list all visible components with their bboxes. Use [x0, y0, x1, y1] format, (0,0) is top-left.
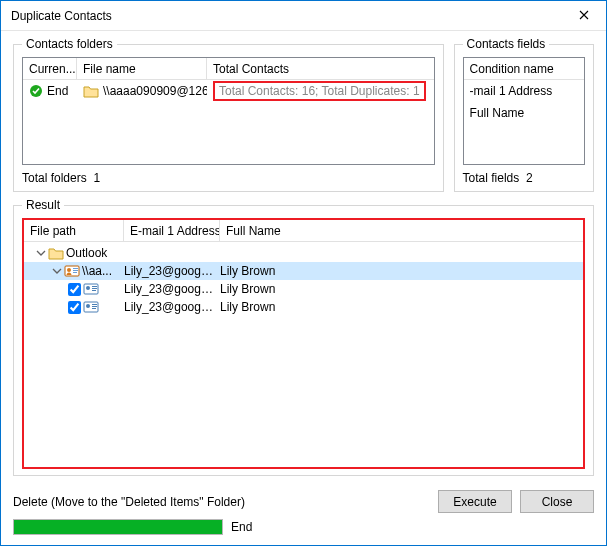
contacts-folders-legend: Contacts folders	[22, 37, 117, 51]
status-ok-icon	[29, 84, 43, 98]
svg-rect-4	[73, 270, 78, 271]
result-header-filepath[interactable]: File path	[24, 220, 124, 241]
close-window-button[interactable]	[562, 1, 606, 31]
close-icon	[579, 9, 589, 23]
window-title: Duplicate Contacts	[11, 9, 562, 23]
svg-rect-3	[73, 268, 78, 269]
chevron-down-icon[interactable]	[52, 266, 62, 276]
contacts-folder-icon	[64, 264, 80, 278]
contact-card-icon	[83, 282, 99, 296]
result-row-email: Lily_23@google...	[124, 282, 220, 296]
fields-total-label: Total fields	[463, 171, 520, 185]
contacts-fields-legend: Contacts fields	[463, 37, 550, 51]
folders-row-filename: \\aaaa090909@126...	[103, 84, 207, 98]
folders-total-value: 1	[93, 171, 100, 185]
contact-card-icon	[83, 300, 99, 314]
chevron-down-icon[interactable]	[36, 248, 46, 258]
titlebar: Duplicate Contacts	[1, 1, 606, 31]
svg-rect-5	[73, 272, 77, 273]
result-table: File path E-mail 1 Address Full Name	[22, 218, 585, 469]
fields-row[interactable]: Full Name	[464, 102, 584, 124]
folders-header-filename[interactable]: File name	[77, 58, 207, 79]
folders-total-label: Total folders	[22, 171, 87, 185]
delete-description: Delete (Move to the "Deleted Items" Fold…	[13, 495, 245, 509]
result-account-label: \\aa...	[82, 264, 112, 278]
contacts-folders-table: Curren... File name Total Contacts End	[22, 57, 435, 165]
svg-rect-14	[92, 306, 97, 307]
progress-bar	[13, 519, 223, 535]
contacts-folders-group: Contacts folders Curren... File name Tot…	[13, 37, 444, 192]
result-row-fullname: Lily Brown	[220, 300, 583, 314]
footer: Delete (Move to the "Deleted Items" Fold…	[1, 484, 606, 545]
result-row-fullname: Lily Brown	[220, 282, 583, 296]
result-row-fullname: Lily Brown	[220, 264, 583, 278]
result-row-email: Lily_23@google...	[124, 300, 220, 314]
result-tree-account[interactable]: \\aa... Lily_23@google... Lily Brown	[24, 262, 583, 280]
progress-status: End	[231, 520, 252, 534]
result-legend: Result	[22, 198, 64, 212]
progress-fill	[14, 520, 222, 534]
svg-rect-9	[92, 288, 97, 289]
result-duplicate-row[interactable]: Lily_23@google... Lily Brown	[24, 298, 583, 316]
svg-point-2	[67, 268, 71, 272]
folders-header-status[interactable]: Curren...	[23, 58, 77, 79]
folders-total-row: Total folders 1	[22, 171, 435, 185]
folders-row-status: End	[47, 84, 68, 98]
svg-rect-10	[92, 290, 96, 291]
folders-row-summary: Total Contacts: 16; Total Duplicates: 1	[213, 81, 426, 101]
execute-button[interactable]: Execute	[438, 490, 512, 513]
svg-rect-13	[92, 304, 97, 305]
svg-rect-8	[92, 286, 97, 287]
duplicate-checkbox[interactable]	[68, 283, 81, 296]
fields-row-value: Full Name	[464, 106, 584, 120]
result-tree-root[interactable]: Outlook	[24, 244, 583, 262]
folders-row[interactable]: End \\aaaa090909@126... Total Contacts: …	[23, 80, 434, 102]
result-root-label: Outlook	[66, 246, 107, 260]
fields-row[interactable]: -mail 1 Address	[464, 80, 584, 102]
duplicate-checkbox[interactable]	[68, 301, 81, 314]
contacts-fields-table: Condition name -mail 1 Address Full Name	[463, 57, 585, 165]
svg-rect-15	[92, 308, 96, 309]
result-duplicate-row[interactable]: Lily_23@google... Lily Brown	[24, 280, 583, 298]
fields-header-condition[interactable]: Condition name	[464, 58, 584, 79]
result-header-email[interactable]: E-mail 1 Address	[124, 220, 220, 241]
fields-total-value: 2	[526, 171, 533, 185]
close-button[interactable]: Close	[520, 490, 594, 513]
duplicate-contacts-window: Duplicate Contacts Contacts folders Curr…	[0, 0, 607, 546]
folders-header-total[interactable]: Total Contacts	[207, 58, 434, 79]
result-row-email: Lily_23@google...	[124, 264, 220, 278]
folder-icon	[83, 84, 99, 98]
result-header-fullname[interactable]: Full Name	[220, 220, 583, 241]
contacts-fields-group: Contacts fields Condition name -mail 1 A…	[454, 37, 594, 192]
fields-total-row: Total fields 2	[463, 171, 585, 185]
svg-point-7	[86, 286, 90, 290]
svg-point-12	[86, 304, 90, 308]
folder-icon	[48, 246, 64, 260]
fields-row-value: -mail 1 Address	[464, 84, 584, 98]
result-tree: Outlook	[24, 242, 583, 467]
result-group: Result File path E-mail 1 Address Full N…	[13, 198, 594, 476]
